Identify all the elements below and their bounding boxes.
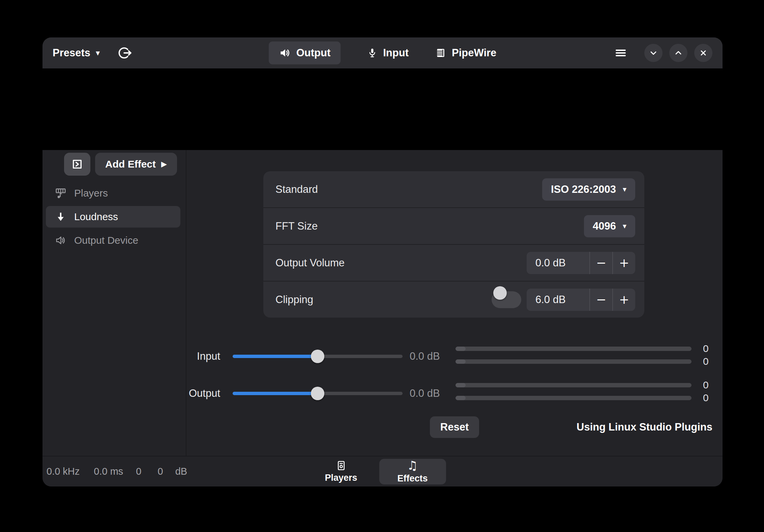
input-gain-slider[interactable] — [233, 355, 403, 358]
add-effect-label: Add Effect — [105, 158, 156, 170]
standard-dropdown[interactable]: ISO 226:2003 ▾ — [542, 178, 635, 201]
output-gain-label: Output — [186, 386, 220, 401]
input-meter-value-left: 0 — [703, 342, 716, 356]
output-volume-value[interactable]: 0.0 dB — [527, 252, 589, 274]
speaker-icon — [55, 235, 67, 246]
setting-label: Standard — [275, 183, 318, 196]
reset-button[interactable]: Reset — [430, 416, 479, 438]
meter-cap — [456, 359, 466, 364]
sidebar-item-label: Players — [74, 187, 108, 199]
latency-value: 0.0 ms — [94, 466, 123, 477]
chevron-down-icon: ▾ — [96, 49, 100, 57]
chevron-down-icon: ▾ — [623, 185, 626, 194]
global-bypass-button[interactable] — [117, 46, 132, 60]
chevron-down-icon — [649, 48, 658, 58]
rtmax-value: 0 — [158, 466, 163, 477]
meter-cap — [456, 396, 466, 400]
music-notes-icon: ♫ — [407, 460, 418, 472]
close-button[interactable] — [694, 44, 712, 62]
sidebar-item-label: Loudness — [74, 211, 118, 223]
setting-row-standard: Standard ISO 226:2003 ▾ — [263, 171, 644, 207]
plus-icon: + — [619, 293, 629, 306]
chevron-down-icon: ▾ — [623, 222, 626, 230]
fft-size-dropdown-value: 4096 — [593, 220, 616, 232]
minus-icon: − — [596, 293, 606, 306]
fft-size-dropdown[interactable]: 4096 ▾ — [584, 215, 635, 237]
clipping-spinbutton: 6.0 dB − + — [527, 289, 635, 311]
tab-pipewire[interactable]: PipeWire — [435, 47, 496, 59]
setting-row-clipping: Clipping 6.0 dB − + — [263, 282, 644, 318]
input-gain-label: Input — [186, 349, 220, 363]
output-meter-value-right: 0 — [703, 391, 716, 405]
output-slider-knob[interactable] — [311, 387, 324, 400]
tab-input-label: Input — [383, 47, 409, 59]
menu-button[interactable] — [615, 48, 627, 58]
output-volume-decrement-button[interactable]: − — [589, 252, 612, 274]
presets-label: Presets — [53, 47, 90, 59]
toggle-effects-list-button[interactable] — [64, 153, 90, 176]
minus-icon: − — [596, 256, 606, 270]
clipping-increment-button[interactable]: + — [612, 289, 635, 311]
output-level-meter-left — [456, 383, 692, 387]
arrow-down-icon — [55, 211, 67, 223]
meter-cap — [456, 383, 466, 387]
tab-effects[interactable]: ♫ Effects — [379, 459, 446, 484]
setting-label: Clipping — [275, 294, 313, 306]
maximize-button[interactable] — [669, 44, 687, 62]
easyeffects-window: Presets ▾ — [42, 37, 723, 486]
effects-sidebar: Add Effect ▶ — [42, 150, 186, 456]
input-slider-knob[interactable] — [311, 350, 324, 363]
plus-icon: + — [619, 256, 629, 270]
speaker-icon — [279, 47, 291, 59]
clipping-controls: 6.0 dB − + — [492, 289, 635, 311]
close-icon — [699, 48, 708, 58]
header-bar: Presets ▾ — [42, 37, 723, 68]
setting-row-output-volume: Output Volume 0.0 dB − + — [263, 245, 644, 281]
plugin-credit-label: Using Linux Studio Plugins — [577, 416, 712, 438]
media-player-icon — [336, 460, 347, 471]
input-slider-fill — [233, 355, 318, 358]
sidebar-item-label: Output Device — [74, 235, 138, 246]
meter-cap — [456, 347, 466, 351]
output-meter-value-left: 0 — [703, 378, 716, 392]
sidebar-item-players[interactable]: Players — [46, 182, 180, 204]
tab-input[interactable]: Input — [367, 47, 409, 59]
tab-output[interactable]: Output — [269, 41, 341, 64]
device-tabs: Output Input — [269, 41, 497, 64]
output-volume-spinbutton: 0.0 dB − + — [527, 252, 635, 274]
output-volume-increment-button[interactable]: + — [612, 252, 635, 274]
presets-button[interactable]: Presets ▾ — [53, 47, 100, 59]
microphone-icon — [367, 48, 378, 58]
output-gain-slider[interactable] — [233, 392, 403, 395]
toggle-knob — [493, 286, 507, 300]
minimize-button[interactable] — [644, 44, 663, 62]
output-gain-value: 0.0 dB — [410, 386, 440, 401]
xruns-value: 0 — [136, 466, 141, 477]
output-slider-fill — [233, 392, 318, 395]
clipping-value[interactable]: 6.0 dB — [527, 289, 589, 311]
chevron-up-icon — [674, 48, 683, 58]
input-gain-value: 0.0 dB — [410, 349, 440, 363]
input-meter-value-right: 0 — [703, 354, 716, 368]
view-switcher: Players ♫ Effects — [319, 459, 446, 484]
triangle-right-icon: ▶ — [161, 160, 167, 168]
hamburger-icon — [615, 48, 627, 58]
clipping-decrement-button[interactable]: − — [589, 289, 612, 311]
sidebar-item-loudness[interactable]: Loudness — [46, 206, 180, 228]
tab-effects-label: Effects — [397, 473, 428, 484]
header-left-group: Presets ▾ — [53, 46, 132, 60]
status-bar: 0.0 kHz 0.0 ms 0 0 dB Players — [42, 456, 723, 486]
pipewire-rack-icon — [435, 47, 446, 59]
setting-row-fft-size: FFT Size 4096 ▾ — [263, 208, 644, 244]
clipping-toggle[interactable] — [492, 291, 521, 308]
players-icon — [55, 187, 67, 199]
spectrum-display — [42, 68, 723, 150]
input-level-meter-left — [456, 347, 692, 351]
sidebar-item-output-device[interactable]: Output Device — [46, 230, 180, 251]
add-effect-button[interactable]: Add Effect ▶ — [95, 153, 177, 176]
content-area: Add Effect ▶ — [42, 150, 723, 456]
tab-pipewire-label: PipeWire — [452, 47, 496, 59]
tab-players[interactable]: Players — [319, 459, 363, 484]
standard-dropdown-value: ISO 226:2003 — [551, 183, 616, 196]
tab-output-label: Output — [296, 47, 331, 59]
